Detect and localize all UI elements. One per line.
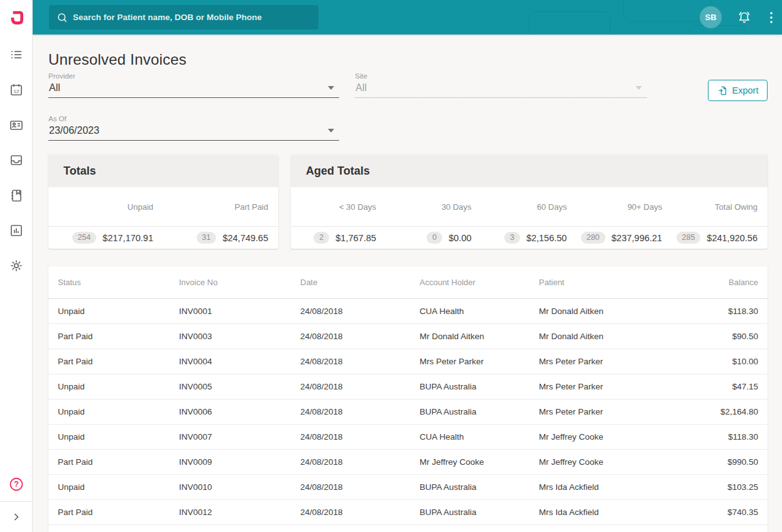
- table-row[interactable]: Part Paid INV0003 24/08/2018 Mr Donald A…: [48, 324, 768, 349]
- table-row[interactable]: Unpaid INV0005 24/08/2018 BUPA Australia…: [48, 374, 768, 399]
- provider-filter-label: Provider: [48, 72, 339, 80]
- table-row[interactable]: Unpaid INV0006 24/08/2018 BUPA Australia…: [48, 399, 768, 425]
- count-badge: 2: [313, 232, 329, 244]
- column-header: Date: [300, 278, 420, 287]
- cell-balance: $10.00: [683, 357, 758, 366]
- stat-column-label: Part Paid: [163, 202, 278, 212]
- invoice-table-header: Status Invoice No Date Account Holder Pa…: [48, 266, 768, 299]
- count-badge: 31: [197, 232, 217, 244]
- cell-invoice-no: INV0012: [179, 508, 300, 517]
- stat-column-label: < 30 Days: [291, 202, 386, 212]
- amount-value: $2,156.50: [526, 233, 567, 243]
- as-of-filter-label: As Of: [48, 115, 339, 122]
- column-header: Patient: [539, 278, 683, 287]
- header-pattern: [623, 0, 711, 22]
- cell-account-holder: BUPA Australia: [420, 382, 539, 391]
- table-row[interactable]: Part Paid INV0009 24/08/2018 Mr Jeffrey …: [48, 450, 768, 475]
- cell-patient: Mr Jeffrey Cooke: [539, 457, 683, 467]
- cell-account-holder: Mr Donald Aitken: [420, 332, 539, 341]
- stat-column-label: 30 Days: [386, 202, 482, 212]
- stat-column-value: 31 $24,749.65: [163, 232, 278, 244]
- table-row[interactable]: Unpaid INV0010 24/08/2018 BUPA Australia…: [48, 475, 768, 500]
- cell-status: Unpaid: [58, 382, 179, 391]
- sidebar-item-tasks[interactable]: [0, 37, 33, 72]
- cell-patient: Mrs Ida Ackfield: [539, 482, 683, 492]
- sidebar-item-ledger[interactable]: [0, 178, 33, 213]
- notifications-button[interactable]: [735, 8, 754, 27]
- invoice-table-card: Status Invoice No Date Account Holder Pa…: [48, 266, 768, 532]
- cell-invoice-no: INV0004: [179, 357, 300, 366]
- sidebar-expand-button[interactable]: [0, 502, 33, 532]
- table-row[interactable]: Unpaid INV0001 24/08/2018 CUA Health Mr …: [48, 299, 768, 324]
- cell-account-holder: BUPA Australia: [420, 508, 539, 517]
- provider-filter[interactable]: Provider All: [48, 72, 339, 98]
- export-file-icon: [717, 85, 728, 96]
- cell-invoice-no: INV0007: [179, 432, 300, 442]
- cell-balance: $118.30: [683, 307, 758, 316]
- cell-date: 24/08/2018: [300, 307, 420, 316]
- inbox-icon: [9, 153, 24, 168]
- app-logo[interactable]: [6, 7, 27, 28]
- cell-balance: $2,164.80: [683, 407, 758, 416]
- cell-account-holder: Mr Jeffrey Cooke: [420, 457, 539, 467]
- table-row[interactable]: Unpaid INV0007 24/08/2018 CUA Health Mr …: [48, 425, 768, 450]
- cell-date: 24/08/2018: [300, 407, 420, 416]
- cell-invoice-no: INV0009: [179, 457, 300, 467]
- expand-chevron-icon: [10, 511, 23, 523]
- cell-account-holder: BUPA Australia: [420, 407, 539, 416]
- cell-balance: $740.35: [683, 508, 758, 517]
- count-badge: 280: [581, 232, 606, 244]
- cell-status: Part Paid: [58, 457, 179, 467]
- totals-card-title: Totals: [48, 155, 278, 187]
- user-avatar[interactable]: SB: [700, 6, 722, 28]
- totals-values: 254 $217,170.91 31 $24,749.65: [48, 226, 278, 249]
- gear-icon: [9, 258, 24, 273]
- cell-balance: $47.15: [683, 382, 758, 391]
- table-row[interactable]: Part Paid INV0012 24/08/2018 BUPA Austra…: [48, 500, 768, 525]
- topbar: SB: [33, 0, 782, 35]
- sidebar-item-inbox[interactable]: [0, 143, 33, 178]
- amount-value: $1,767.85: [335, 233, 376, 243]
- sidebar-item-contacts[interactable]: [0, 107, 33, 143]
- cell-invoice-no: INV0001: [179, 307, 300, 316]
- stat-column-value: 2 $1,767.85: [291, 232, 386, 244]
- help-button[interactable]: ?: [0, 467, 33, 501]
- stat-column-value: 280 $237,996.21: [577, 232, 672, 244]
- column-header: Balance: [683, 278, 758, 287]
- list-icon: [9, 47, 24, 62]
- sidebar: 12: [0, 0, 33, 532]
- export-button[interactable]: Export: [708, 80, 768, 101]
- search-input[interactable]: [73, 13, 311, 22]
- amount-value: $0.00: [448, 233, 471, 243]
- chevron-down-icon[interactable]: [328, 86, 334, 90]
- aged-totals-card: Aged Totals < 30 Days 30 Days 60 Days 90…: [291, 155, 768, 249]
- cell-patient: Mr Jeffrey Cooke: [539, 432, 683, 442]
- chevron-down-icon[interactable]: [328, 129, 334, 133]
- patient-search[interactable]: [49, 5, 318, 30]
- sidebar-item-reports[interactable]: [0, 213, 33, 248]
- overflow-menu-button[interactable]: [763, 8, 779, 27]
- cell-date: 24/08/2018: [300, 508, 420, 517]
- sidebar-item-calendar[interactable]: 12: [0, 72, 33, 107]
- cell-date: 24/08/2018: [300, 482, 420, 492]
- sidebar-item-settings[interactable]: [0, 248, 33, 283]
- site-filter-label: Site: [355, 72, 647, 80]
- as-of-date-filter[interactable]: As Of 23/06/2023: [48, 115, 339, 141]
- cell-balance: $990.50: [683, 457, 758, 467]
- cell-account-holder: CUA Health: [420, 432, 539, 442]
- cell-status: Unpaid: [58, 307, 179, 316]
- cell-date: 24/08/2018: [300, 432, 420, 442]
- count-badge: 285: [676, 232, 701, 244]
- cell-status: Unpaid: [58, 482, 179, 492]
- stat-column-label: 90+ Days: [577, 202, 672, 212]
- amount-value: $217,170.91: [102, 233, 153, 243]
- amount-value: $237,996.21: [612, 233, 663, 243]
- aged-totals-card-title: Aged Totals: [291, 155, 768, 187]
- amount-value: $24,749.65: [222, 233, 268, 243]
- totals-card: Totals Unpaid Part Paid 254 $217,170.91 …: [48, 155, 278, 249]
- cell-date: 24/08/2018: [300, 357, 420, 366]
- table-row[interactable]: Part Paid INV0004 24/08/2018 Mrs Peter P…: [48, 349, 768, 374]
- cell-status: Part Paid: [58, 508, 179, 517]
- stat-column-label: Total Owing: [672, 202, 768, 212]
- cell-patient: Mrs Peter Parker: [539, 407, 683, 416]
